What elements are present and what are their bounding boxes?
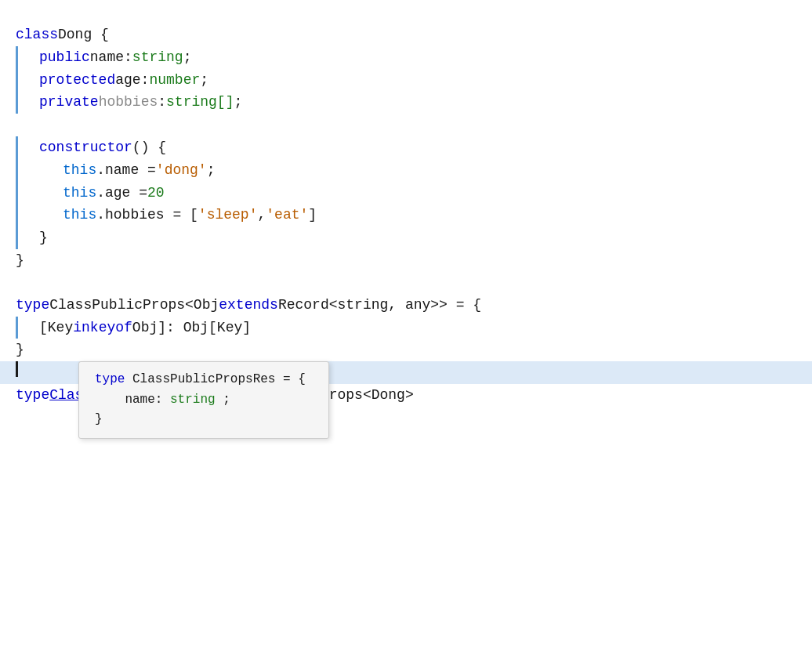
- number-value-20: 20: [147, 182, 165, 205]
- property-access-hobbies: .hobbies = [: [96, 204, 198, 226]
- property-age: age:: [115, 69, 149, 92]
- code-line-closing-brace: }: [0, 339, 812, 361]
- semicolon: ;: [207, 159, 216, 182]
- semicolon: ;: [234, 91, 242, 114]
- brace-close-type: }: [16, 339, 24, 361]
- keyword-type: type: [16, 294, 49, 317]
- code-line: }: [0, 249, 812, 272]
- property-access: .name =: [96, 159, 156, 182]
- indent-bar: [16, 91, 18, 114]
- code-line: type ClassPublicProps <Obj extends Recor…: [0, 294, 812, 317]
- keyword-keyof: keyof: [90, 317, 132, 339]
- type-string-array: string[]: [166, 91, 234, 114]
- indent-bar: [16, 204, 18, 226]
- code-line: private hobbies : string[] ;: [0, 91, 812, 114]
- code-line: this .name = 'dong' ;: [0, 159, 812, 182]
- section-gap: [0, 272, 812, 294]
- paren-open: () {: [132, 136, 166, 159]
- mapped-key: Key: [48, 317, 73, 339]
- code-line: constructor () {: [0, 136, 812, 159]
- indent-bar: [16, 46, 18, 69]
- tooltip-line-2: name: string ;: [95, 390, 313, 411]
- type-tooltip: type ClassPublicPropsRes = { name: strin…: [78, 361, 329, 439]
- keyword-this: this: [63, 204, 96, 226]
- type-classPublicProps-name: ClassPublicProps: [49, 294, 185, 317]
- text-cursor: [16, 361, 18, 377]
- colon: :: [158, 91, 166, 114]
- code-line-blank: [0, 114, 812, 136]
- tooltip-type-string: string: [170, 393, 216, 407]
- keyword-this: this: [63, 159, 96, 182]
- semicolon: ;: [200, 69, 208, 92]
- brace-close-class: }: [16, 249, 24, 272]
- property-access-age: .age =: [96, 182, 147, 205]
- tooltip-property: name:: [95, 393, 170, 407]
- code-line: this .hobbies = [ 'sleep' , 'eat' ]: [0, 204, 812, 226]
- code-line: public name: string ;: [0, 46, 812, 69]
- comma-space: ,: [257, 204, 266, 226]
- string-value-eat: 'eat': [266, 204, 308, 226]
- generic-open: <Obj: [185, 294, 219, 317]
- mapped-obj: Obj]: Obj[Key]: [132, 317, 251, 339]
- class-name: Dong {: [58, 24, 109, 46]
- indent-bar: [16, 136, 18, 159]
- tooltip-type-name: ClassPublicPropsRes = {: [132, 372, 306, 386]
- semicolon: ;: [183, 46, 192, 69]
- indent-bar: [16, 159, 18, 182]
- indent-bar: [16, 69, 18, 92]
- type-number: number: [149, 69, 200, 92]
- tooltip-line-3: }: [95, 410, 313, 430]
- mapped-bracket-open: [: [39, 317, 48, 339]
- bracket-close: ]: [308, 204, 317, 226]
- property-name: name:: [90, 46, 132, 69]
- type-string: string: [132, 46, 183, 69]
- constraint: Record<string, any>> = {: [278, 294, 481, 317]
- tooltip-keyword-type: type: [95, 372, 125, 386]
- keyword-this: this: [63, 182, 96, 205]
- keyword-extends: extends: [219, 294, 278, 317]
- indent-bar: [16, 317, 18, 339]
- keyword-constructor: constructor: [39, 136, 132, 159]
- code-line: protected age: number ;: [0, 69, 812, 92]
- code-line: this .age = 20: [0, 182, 812, 205]
- tooltip-semicolon: ;: [223, 393, 230, 407]
- keyword-type-last: type: [16, 384, 49, 407]
- access-modifier-protected: protected: [39, 69, 115, 92]
- string-value-dong: 'dong': [156, 159, 207, 182]
- keyword-class: class: [16, 24, 58, 46]
- tooltip-line-1: type ClassPublicPropsRes = {: [95, 370, 313, 390]
- code-line: [ Key in keyof Obj]: Obj[Key]: [0, 317, 812, 339]
- indent-bar: [16, 226, 18, 249]
- keyword-in: in: [73, 317, 90, 339]
- code-editor: class Dong { public name: string ; prote…: [0, 16, 812, 415]
- tooltip-brace-close: }: [95, 412, 103, 426]
- string-value-sleep: 'sleep': [198, 204, 258, 226]
- brace-close-constructor: }: [39, 226, 48, 249]
- access-modifier-private: private: [39, 91, 99, 114]
- property-hobbies: hobbies: [99, 91, 158, 114]
- tooltip-wrapper: } type ClassPublicPropsRes = { name: str…: [0, 339, 812, 361]
- code-line: }: [0, 226, 812, 249]
- code-line: class Dong {: [0, 24, 812, 46]
- access-modifier-public: public: [39, 46, 90, 69]
- indent-bar: [16, 182, 18, 205]
